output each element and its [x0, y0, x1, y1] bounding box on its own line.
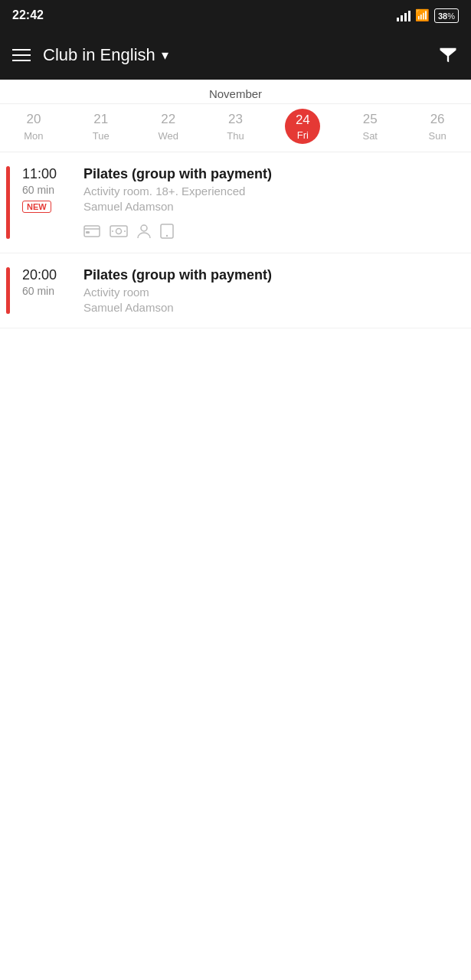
wifi-icon: 📶 — [415, 8, 430, 22]
calendar-strip: 20 Mon 21 Tue 22 Wed 23 Thu 24 Fri 25 Sa… — [0, 104, 471, 152]
schedule-duration-2: 60 min — [22, 285, 54, 297]
battery-icon: 38% — [434, 8, 459, 23]
signal-icon — [397, 9, 410, 21]
schedule-item-bar-1 — [6, 166, 10, 239]
svg-point-6 — [124, 230, 126, 232]
phone-icon[interactable] — [160, 224, 174, 239]
schedule-title-1: Pilates (group with payment) — [83, 166, 459, 182]
hamburger-menu-icon[interactable] — [12, 49, 31, 61]
schedule-info-1: Pilates (group with payment) Activity ro… — [83, 166, 459, 239]
profile-icon[interactable] — [137, 224, 151, 239]
filter-button[interactable] — [437, 44, 459, 66]
app-header: Club in English ▾ — [0, 31, 471, 80]
svg-point-8 — [166, 234, 168, 236]
cal-day-num-24: 24 — [296, 113, 310, 128]
month-label: November — [0, 80, 471, 104]
svg-rect-2 — [86, 231, 90, 234]
calendar-day-23[interactable]: 23 Thu — [202, 112, 270, 142]
cal-day-num-23: 23 — [228, 112, 243, 127]
cal-day-num-25: 25 — [363, 112, 378, 127]
cash-icon[interactable] — [110, 224, 128, 238]
calendar-day-26[interactable]: 26 Sun — [404, 112, 471, 142]
new-badge-1: NEW — [22, 201, 51, 213]
schedule-title-2: Pilates (group with payment) — [83, 267, 459, 283]
status-icons: 📶 38% — [397, 8, 459, 23]
cal-day-num-26: 26 — [430, 112, 445, 127]
cal-day-num-20: 20 — [26, 112, 41, 127]
schedule-time-block-2: 20:00 60 min — [22, 267, 83, 314]
status-time: 22:42 — [12, 8, 44, 22]
cal-day-name-22: Wed — [158, 130, 178, 142]
schedule-duration-1: 60 min — [22, 184, 54, 196]
schedule-instructor-2: Samuel Adamson — [83, 301, 459, 314]
schedule-time-2: 20:00 — [22, 267, 57, 283]
calendar-day-22[interactable]: 22 Wed — [135, 112, 202, 142]
schedule-item-2[interactable]: 20:00 60 min Pilates (group with payment… — [0, 253, 471, 328]
cal-day-num-22: 22 — [161, 112, 175, 127]
header-title-wrap[interactable]: Club in English ▾ — [43, 45, 168, 65]
cal-day-name-25: Sat — [362, 130, 378, 142]
svg-point-5 — [112, 230, 113, 232]
payment-card-icon[interactable] — [83, 223, 100, 239]
schedule-item-1[interactable]: 11:00 60 min NEW Pilates (group with pay… — [0, 152, 471, 253]
header-left: Club in English ▾ — [12, 45, 168, 65]
cal-day-num-21: 21 — [93, 112, 108, 127]
status-bar: 22:42 📶 38% — [0, 0, 471, 31]
calendar-day-24[interactable]: 24 Fri — [269, 109, 336, 144]
schedule-list: 11:00 60 min NEW Pilates (group with pay… — [0, 152, 471, 328]
app-title: Club in English — [43, 45, 155, 65]
calendar-day-21[interactable]: 21 Tue — [67, 112, 135, 142]
calendar-day-20[interactable]: 20 Mon — [0, 112, 67, 142]
schedule-item-bar-2 — [6, 267, 10, 314]
chevron-down-icon: ▾ — [162, 47, 168, 64]
calendar-day-25[interactable]: 25 Sat — [336, 112, 404, 142]
schedule-time-1: 11:00 — [22, 166, 57, 182]
schedule-info-2: Pilates (group with payment) Activity ro… — [83, 267, 459, 314]
svg-point-7 — [141, 225, 147, 231]
cal-day-name-20: Mon — [24, 130, 43, 142]
schedule-action-icons-1 — [83, 223, 459, 239]
cal-day-name-23: Thu — [227, 130, 244, 142]
filter-icon — [437, 44, 459, 66]
cal-day-name-26: Sun — [429, 130, 446, 142]
battery-level: 38 — [438, 11, 447, 21]
svg-point-4 — [116, 229, 122, 234]
schedule-detail-2: Activity room — [83, 286, 459, 299]
schedule-time-block-1: 11:00 60 min NEW — [22, 166, 83, 239]
schedule-detail-1: Activity room. 18+. Experienced — [83, 185, 459, 198]
cal-day-name-21: Tue — [93, 130, 110, 142]
schedule-instructor-1: Samuel Adamson — [83, 200, 459, 213]
cal-day-name-24: Fri — [297, 129, 309, 141]
